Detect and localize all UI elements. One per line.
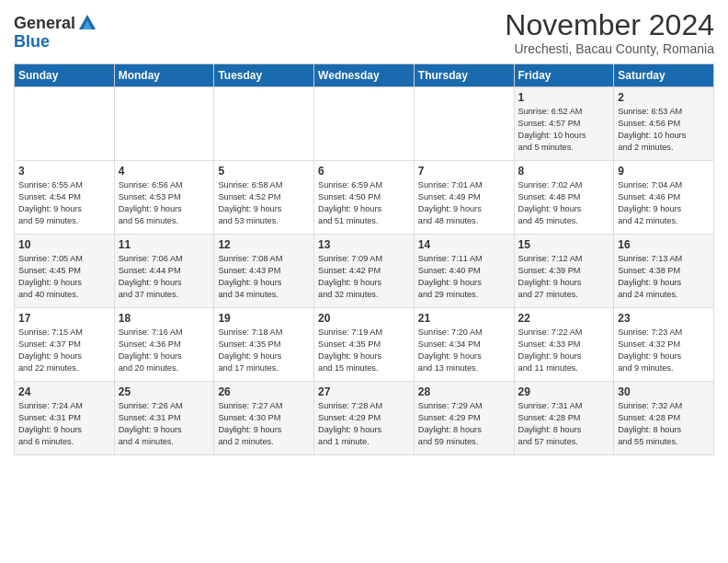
day-number: 5 — [218, 165, 310, 178]
day-info: Sunrise: 6:55 AM Sunset: 4:54 PM Dayligh… — [18, 179, 110, 227]
day-number: 26 — [218, 385, 310, 398]
day-number: 7 — [418, 165, 510, 178]
main-container: General Blue November 2024 Urechesti, Ba… — [0, 0, 728, 465]
calendar-week-0: 1Sunrise: 6:52 AM Sunset: 4:57 PM Daylig… — [15, 87, 714, 161]
day-info: Sunrise: 7:20 AM Sunset: 4:34 PM Dayligh… — [418, 327, 510, 374]
header: General Blue November 2024 Urechesti, Ba… — [14, 9, 714, 56]
logo: General Blue — [14, 13, 97, 51]
calendar-cell-w1-d0: 3Sunrise: 6:55 AM Sunset: 4:54 PM Daylig… — [15, 161, 115, 235]
day-info: Sunrise: 7:18 AM Sunset: 4:35 PM Dayligh… — [218, 327, 310, 374]
calendar-cell-w0-d1 — [114, 87, 214, 161]
day-info: Sunrise: 7:26 AM Sunset: 4:31 PM Dayligh… — [119, 400, 210, 448]
calendar-cell-w4-d1: 25Sunrise: 7:26 AM Sunset: 4:31 PM Dayli… — [114, 382, 214, 455]
day-number: 28 — [418, 385, 510, 398]
calendar-week-2: 10Sunrise: 7:05 AM Sunset: 4:45 PM Dayli… — [15, 235, 714, 308]
day-number: 10 — [18, 238, 110, 251]
calendar-cell-w4-d2: 26Sunrise: 7:27 AM Sunset: 4:30 PM Dayli… — [214, 382, 314, 455]
calendar-cell-w4-d5: 29Sunrise: 7:31 AM Sunset: 4:28 PM Dayli… — [514, 382, 614, 455]
day-number: 22 — [518, 312, 610, 325]
col-tuesday: Tuesday — [214, 64, 314, 87]
calendar-cell-w0-d4 — [414, 87, 514, 161]
day-info: Sunrise: 6:53 AM Sunset: 4:56 PM Dayligh… — [618, 106, 710, 154]
day-number: 19 — [218, 312, 310, 325]
month-title: November 2024 — [505, 9, 714, 41]
day-number: 2 — [618, 91, 710, 104]
day-number: 1 — [518, 91, 610, 104]
calendar-cell-w3-d1: 18Sunrise: 7:16 AM Sunset: 4:36 PM Dayli… — [114, 308, 214, 382]
day-number: 18 — [119, 312, 210, 325]
day-info: Sunrise: 7:16 AM Sunset: 4:36 PM Dayligh… — [119, 327, 210, 374]
col-monday: Monday — [114, 64, 214, 87]
calendar-cell-w4-d3: 27Sunrise: 7:28 AM Sunset: 4:29 PM Dayli… — [314, 382, 415, 455]
day-number: 16 — [618, 238, 710, 251]
col-thursday: Thursday — [414, 64, 514, 87]
day-number: 25 — [119, 385, 210, 398]
day-number: 24 — [18, 385, 110, 398]
day-number: 15 — [518, 238, 610, 251]
day-info: Sunrise: 7:06 AM Sunset: 4:44 PM Dayligh… — [119, 253, 210, 301]
day-info: Sunrise: 7:22 AM Sunset: 4:33 PM Dayligh… — [518, 327, 610, 374]
day-info: Sunrise: 7:05 AM Sunset: 4:45 PM Dayligh… — [18, 253, 110, 301]
day-info: Sunrise: 7:01 AM Sunset: 4:49 PM Dayligh… — [418, 179, 510, 227]
calendar-cell-w2-d2: 12Sunrise: 7:08 AM Sunset: 4:43 PM Dayli… — [214, 235, 314, 308]
calendar-cell-w2-d0: 10Sunrise: 7:05 AM Sunset: 4:45 PM Dayli… — [15, 235, 115, 308]
day-number: 12 — [218, 238, 310, 251]
day-number: 29 — [518, 385, 610, 398]
day-info: Sunrise: 7:27 AM Sunset: 4:30 PM Dayligh… — [218, 400, 310, 448]
day-info: Sunrise: 7:13 AM Sunset: 4:38 PM Dayligh… — [618, 253, 710, 301]
location-title: Urechesti, Bacau County, Romania — [505, 41, 714, 56]
col-wednesday: Wednesday — [314, 64, 415, 87]
calendar-week-4: 24Sunrise: 7:24 AM Sunset: 4:31 PM Dayli… — [15, 382, 714, 455]
calendar-cell-w2-d5: 15Sunrise: 7:12 AM Sunset: 4:39 PM Dayli… — [514, 235, 614, 308]
calendar-week-3: 17Sunrise: 7:15 AM Sunset: 4:37 PM Dayli… — [15, 308, 714, 382]
calendar-cell-w3-d6: 23Sunrise: 7:23 AM Sunset: 4:32 PM Dayli… — [614, 308, 714, 382]
day-info: Sunrise: 7:15 AM Sunset: 4:37 PM Dayligh… — [18, 327, 110, 374]
day-number: 8 — [518, 165, 610, 178]
calendar-cell-w3-d0: 17Sunrise: 7:15 AM Sunset: 4:37 PM Dayli… — [15, 308, 115, 382]
calendar-cell-w1-d1: 4Sunrise: 6:56 AM Sunset: 4:53 PM Daylig… — [114, 161, 214, 235]
logo-icon — [77, 13, 97, 33]
day-info: Sunrise: 7:12 AM Sunset: 4:39 PM Dayligh… — [518, 253, 610, 301]
calendar-header-row: Sunday Monday Tuesday Wednesday Thursday… — [15, 64, 714, 87]
day-info: Sunrise: 6:52 AM Sunset: 4:57 PM Dayligh… — [518, 106, 610, 154]
calendar-cell-w2-d6: 16Sunrise: 7:13 AM Sunset: 4:38 PM Dayli… — [614, 235, 714, 308]
calendar-cell-w2-d4: 14Sunrise: 7:11 AM Sunset: 4:40 PM Dayli… — [414, 235, 514, 308]
calendar-cell-w0-d6: 2Sunrise: 6:53 AM Sunset: 4:56 PM Daylig… — [614, 87, 714, 161]
calendar-week-1: 3Sunrise: 6:55 AM Sunset: 4:54 PM Daylig… — [15, 161, 714, 235]
col-friday: Friday — [514, 64, 614, 87]
day-info: Sunrise: 7:19 AM Sunset: 4:35 PM Dayligh… — [318, 327, 410, 374]
day-number: 3 — [18, 165, 110, 178]
day-number: 11 — [119, 238, 210, 251]
calendar-cell-w4-d0: 24Sunrise: 7:24 AM Sunset: 4:31 PM Dayli… — [15, 382, 115, 455]
calendar-cell-w1-d6: 9Sunrise: 7:04 AM Sunset: 4:46 PM Daylig… — [614, 161, 714, 235]
calendar-cell-w0-d5: 1Sunrise: 6:52 AM Sunset: 4:57 PM Daylig… — [514, 87, 614, 161]
day-info: Sunrise: 6:59 AM Sunset: 4:50 PM Dayligh… — [318, 179, 410, 227]
day-number: 30 — [618, 385, 710, 398]
logo-general-text: General — [14, 15, 75, 31]
day-info: Sunrise: 7:09 AM Sunset: 4:42 PM Dayligh… — [318, 253, 410, 301]
day-info: Sunrise: 6:56 AM Sunset: 4:53 PM Dayligh… — [119, 179, 210, 227]
title-area: November 2024 Urechesti, Bacau County, R… — [505, 9, 714, 56]
calendar-cell-w1-d4: 7Sunrise: 7:01 AM Sunset: 4:49 PM Daylig… — [414, 161, 514, 235]
day-info: Sunrise: 7:32 AM Sunset: 4:28 PM Dayligh… — [618, 400, 710, 448]
calendar-cell-w3-d5: 22Sunrise: 7:22 AM Sunset: 4:33 PM Dayli… — [514, 308, 614, 382]
day-info: Sunrise: 7:04 AM Sunset: 4:46 PM Dayligh… — [618, 179, 710, 227]
calendar-cell-w3-d4: 21Sunrise: 7:20 AM Sunset: 4:34 PM Dayli… — [414, 308, 514, 382]
col-sunday: Sunday — [15, 64, 115, 87]
calendar-cell-w0-d0 — [15, 87, 115, 161]
day-number: 13 — [318, 238, 410, 251]
day-info: Sunrise: 7:24 AM Sunset: 4:31 PM Dayligh… — [18, 400, 110, 448]
calendar-cell-w1-d5: 8Sunrise: 7:02 AM Sunset: 4:48 PM Daylig… — [514, 161, 614, 235]
calendar-cell-w1-d3: 6Sunrise: 6:59 AM Sunset: 4:50 PM Daylig… — [314, 161, 415, 235]
calendar-cell-w3-d3: 20Sunrise: 7:19 AM Sunset: 4:35 PM Dayli… — [314, 308, 415, 382]
day-info: Sunrise: 7:29 AM Sunset: 4:29 PM Dayligh… — [418, 400, 510, 448]
day-info: Sunrise: 7:11 AM Sunset: 4:40 PM Dayligh… — [418, 253, 510, 301]
day-number: 6 — [318, 165, 410, 178]
calendar-table: Sunday Monday Tuesday Wednesday Thursday… — [14, 63, 714, 455]
day-number: 20 — [318, 312, 410, 325]
day-number: 9 — [618, 165, 710, 178]
day-info: Sunrise: 7:02 AM Sunset: 4:48 PM Dayligh… — [518, 179, 610, 227]
col-saturday: Saturday — [614, 64, 714, 87]
day-info: Sunrise: 7:28 AM Sunset: 4:29 PM Dayligh… — [318, 400, 410, 448]
day-info: Sunrise: 7:31 AM Sunset: 4:28 PM Dayligh… — [518, 400, 610, 448]
